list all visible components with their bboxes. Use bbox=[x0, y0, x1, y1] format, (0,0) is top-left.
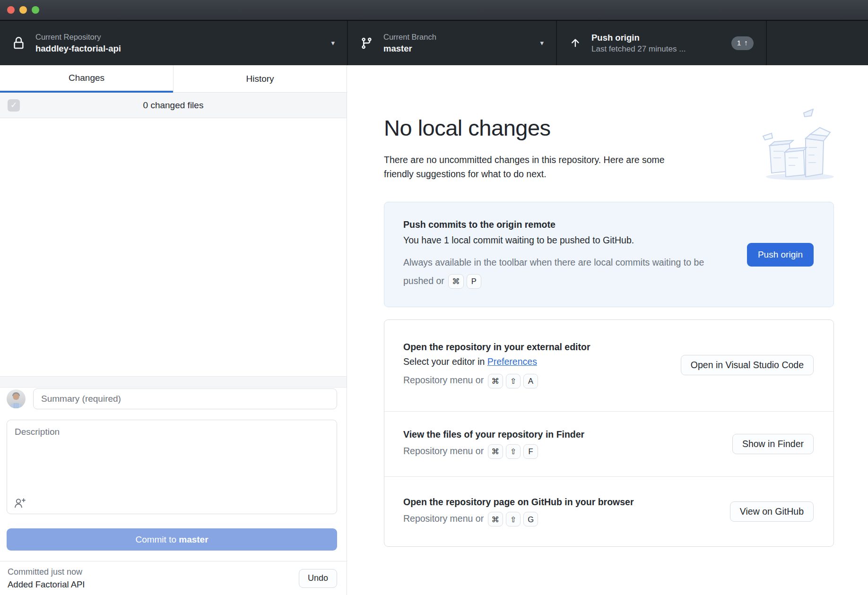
push-count: 1 bbox=[737, 39, 741, 47]
cmd-key: ⌘ bbox=[488, 512, 503, 526]
shift-key: ⇧ bbox=[506, 444, 521, 459]
f-key: F bbox=[523, 444, 538, 459]
paper-stack-illustration bbox=[758, 109, 839, 184]
push-subtitle: Last fetched 27 minutes ... bbox=[591, 44, 686, 54]
commit-form: Commit to master bbox=[0, 388, 347, 561]
summary-input[interactable] bbox=[33, 388, 337, 409]
push-text: Push origin Last fetched 27 minutes ... bbox=[591, 33, 686, 54]
branch-label: Current Branch bbox=[383, 33, 436, 42]
last-commit-status: Committed just now bbox=[8, 567, 85, 577]
avatar bbox=[7, 389, 26, 408]
view-on-github-row: Open the repository page on GitHub in yo… bbox=[384, 476, 833, 546]
commit-button-prefix: Commit to bbox=[135, 535, 179, 544]
description-field[interactable] bbox=[7, 420, 337, 514]
undo-button[interactable]: Undo bbox=[299, 569, 337, 588]
add-co-author-icon[interactable] bbox=[14, 497, 26, 509]
show-in-finder-title: View the files of your repository in Fin… bbox=[403, 429, 721, 440]
repository-text: Current Repository haddley-factorial-api bbox=[35, 33, 121, 54]
push-count-badge: 1 ↑ bbox=[731, 36, 754, 50]
git-branch-icon bbox=[360, 37, 373, 50]
close-button[interactable] bbox=[7, 6, 15, 14]
commit-button[interactable]: Commit to master bbox=[7, 528, 337, 551]
push-card-body: You have 1 local commit waiting to be pu… bbox=[403, 235, 736, 246]
show-in-finder-row: View the files of your repository in Fin… bbox=[384, 411, 833, 476]
shift-key: ⇧ bbox=[506, 512, 521, 526]
toolbar-filler bbox=[766, 21, 868, 65]
description-input[interactable] bbox=[7, 420, 337, 491]
preferences-link[interactable]: Preferences bbox=[487, 356, 537, 367]
changed-files-header: ✓ 0 changed files bbox=[0, 93, 347, 118]
push-origin-toolbar-button[interactable]: Push origin Last fetched 27 minutes ... … bbox=[556, 21, 766, 65]
changed-files-count: 0 changed files bbox=[0, 100, 347, 111]
chevron-down-icon: ▾ bbox=[540, 39, 544, 47]
last-commit-info: Committed just now Added Factorial API bbox=[8, 567, 85, 590]
commit-button-branch: master bbox=[179, 535, 208, 544]
show-in-finder-button[interactable]: Show in Finder bbox=[732, 434, 814, 454]
push-suggestion-card: Push commits to the origin remote You ha… bbox=[384, 202, 834, 307]
arrow-up-icon: ↑ bbox=[744, 39, 748, 47]
cmd-key: ⌘ bbox=[448, 274, 464, 289]
no-changes-panel: No local changes There are no uncommitte… bbox=[347, 65, 868, 595]
shift-key: ⇧ bbox=[506, 374, 521, 388]
show-in-finder-hint: Repository menu or ⌘⇧F bbox=[403, 444, 721, 459]
arrow-up-icon bbox=[569, 37, 581, 49]
view-on-github-title: Open the repository page on GitHub in yo… bbox=[403, 497, 719, 508]
minimize-button[interactable] bbox=[19, 6, 27, 14]
show-in-finder-text: View the files of your repository in Fin… bbox=[403, 429, 732, 459]
repository-label: Current Repository bbox=[35, 33, 121, 42]
open-editor-text: Open the repository in your external edi… bbox=[403, 342, 681, 388]
push-card-hint: Always available in the toolbar when the… bbox=[403, 253, 736, 290]
view-on-github-button[interactable]: View on GitHub bbox=[730, 501, 814, 522]
tab-changes[interactable]: Changes bbox=[0, 65, 173, 93]
branch-text: Current Branch master bbox=[383, 33, 436, 54]
tab-history[interactable]: History bbox=[173, 65, 347, 93]
a-key: A bbox=[523, 374, 538, 388]
view-on-github-hint-text: Repository menu or bbox=[403, 513, 484, 524]
current-branch-dropdown[interactable]: Current Branch master ▾ bbox=[347, 21, 556, 65]
g-key: G bbox=[523, 512, 538, 526]
open-editor-title: Open the repository in your external edi… bbox=[403, 342, 669, 353]
repository-name: haddley-factorial-api bbox=[35, 43, 121, 54]
open-editor-hint: Repository menu or ⌘⇧A bbox=[403, 373, 669, 388]
open-editor-row: Open the repository in your external edi… bbox=[384, 320, 833, 411]
open-in-editor-button[interactable]: Open in Visual Studio Code bbox=[681, 355, 814, 375]
open-editor-line-prefix: Select your editor in bbox=[403, 356, 487, 367]
view-on-github-text: Open the repository page on GitHub in yo… bbox=[403, 497, 730, 526]
changes-sidebar: Changes History ✓ 0 changed files bbox=[0, 65, 347, 595]
sidebar-tabs: Changes History bbox=[0, 65, 347, 93]
page-subtitle: There are no uncommitted changes in this… bbox=[384, 153, 690, 181]
titlebar bbox=[0, 0, 868, 21]
cmd-key: ⌘ bbox=[488, 444, 503, 459]
push-title: Push origin bbox=[591, 33, 686, 43]
p-key: P bbox=[467, 274, 481, 289]
chevron-down-icon: ▾ bbox=[331, 39, 335, 47]
last-commit-message: Added Factorial API bbox=[8, 579, 85, 590]
view-on-github-hint: Repository menu or ⌘⇧G bbox=[403, 511, 719, 526]
last-commit-bar: Committed just now Added Factorial API U… bbox=[0, 561, 347, 595]
maximize-button[interactable] bbox=[32, 6, 39, 14]
changes-list bbox=[0, 118, 347, 376]
app-window: Current Repository haddley-factorial-api… bbox=[0, 0, 868, 595]
list-form-divider bbox=[0, 376, 347, 388]
push-card-text: Push commits to the origin remote You ha… bbox=[403, 219, 747, 290]
branch-name: master bbox=[383, 43, 436, 54]
lock-icon bbox=[12, 37, 25, 50]
cmd-key: ⌘ bbox=[488, 374, 503, 388]
suggestions-card: Open the repository in your external edi… bbox=[384, 319, 834, 547]
current-repository-dropdown[interactable]: Current Repository haddley-factorial-api… bbox=[0, 21, 347, 65]
toolbar: Current Repository haddley-factorial-api… bbox=[0, 21, 868, 65]
open-editor-line: Select your editor in Preferences bbox=[403, 356, 669, 367]
show-in-finder-hint-text: Repository menu or bbox=[403, 446, 484, 456]
push-card-title: Push commits to the origin remote bbox=[403, 219, 736, 230]
push-origin-button[interactable]: Push origin bbox=[747, 243, 814, 267]
open-editor-hint-text: Repository menu or bbox=[403, 375, 484, 385]
